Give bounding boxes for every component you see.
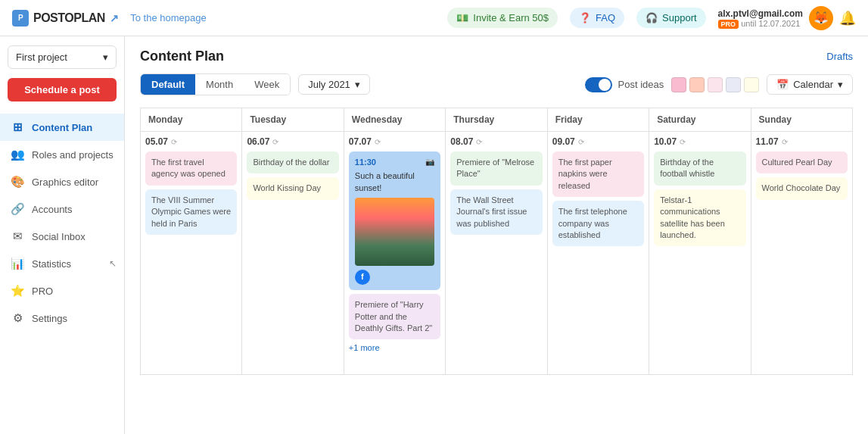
project-name: First project [16,52,67,63]
sidebar-item-pro[interactable]: ⭐ PRO [0,277,124,304]
sidebar-item-label: Social Inbox [32,231,86,242]
card-paper-napkins[interactable]: The first paper napkins were released [552,151,644,197]
sidebar-item-roles[interactable]: 👥 Roles and projects [0,141,124,168]
day-header-thursday: Thursday [446,108,546,131]
swatch-orange[interactable] [689,77,705,92]
card-harry-potter[interactable]: Premiere of "Harry Potter and the Deathl… [349,294,440,339]
card-melrose-place[interactable]: Premiere of "Melrose Place" [450,151,542,186]
palette-icon: 🎨 [11,175,24,189]
tab-week[interactable]: Week [244,74,290,95]
calendar: Monday Tuesday Wednesday Thursday Friday… [140,108,853,434]
day-header-sunday: Sunday [751,108,852,131]
support-button[interactable]: 🎧 Support [636,8,706,28]
calendar-icon: 📅 [776,79,789,90]
homepage-link[interactable]: To the homepage [130,12,206,23]
month-label: July 2021 [308,79,350,90]
tab-month[interactable]: Month [195,74,244,95]
sidebar-item-settings[interactable]: ⚙ Settings [0,304,124,332]
sidebar-item-content-plan[interactable]: ⊞ Content Plan [0,114,124,141]
day-header-saturday: Saturday [649,108,750,131]
card-birthday-dollar[interactable]: Birthday of the dollar [247,151,338,173]
project-selector[interactable]: First project ▾ [8,45,117,69]
more-link[interactable]: +1 more [349,343,440,352]
gear-icon: ⚙ [11,311,24,325]
date-05: 05.07 ⟳ [145,136,237,147]
day-header-wednesday: Wednesday [344,108,445,131]
refresh-icon: ⟳ [680,138,686,146]
post-time: 11:30 [355,157,376,168]
post-ideas-label: Post ideas [618,79,664,90]
card-kissing-day[interactable]: World Kissing Day [247,177,338,199]
cursor-icon: ↖ [109,258,117,269]
sidebar-item-graphics[interactable]: 🎨 Graphics editor [0,168,124,195]
link-icon: 🔗 [11,202,24,216]
sidebar-item-social-inbox[interactable]: ✉ Social Inbox [0,223,124,250]
refresh-icon: ⟳ [782,138,788,146]
sidebar-item-label: Content Plan [32,122,92,133]
sunset-image [355,198,434,266]
cell-tuesday: 06.07 ⟳ Birthday of the dollar World Kis… [242,132,343,374]
chevron-down-icon: ▾ [355,79,360,90]
card-olympic-games[interactable]: The VIII Summer Olympic Games were held … [145,189,237,235]
chevron-down-icon: ▾ [103,52,108,63]
sidebar: First project ▾ Schedule a post ⊞ Conten… [0,36,125,434]
chart-icon: 📊 [11,257,24,270]
user-info: alx.ptvl@gmail.com PRO until 12.07.2021 … [718,6,856,30]
star-icon: ⭐ [11,284,24,298]
post-text: Such a beautiful sunset! [355,170,434,194]
swatch-pink[interactable] [671,77,686,92]
logo: P POSTOPLAN ↗ [12,10,118,27]
logo-text: POSTOPLAN [33,11,105,25]
card-wall-street[interactable]: The Wall Street Journal's first issue wa… [450,189,542,235]
header: P POSTOPLAN ↗ To the homepage 💵 Invite &… [0,0,868,36]
view-tabs: Default Month Week [140,73,291,95]
tab-default[interactable]: Default [141,74,195,95]
toggle-knob [599,79,611,91]
swatch-indigo[interactable] [726,77,741,92]
calendar-label: Calendar [793,79,833,90]
avatar[interactable]: 🦊 [809,6,833,30]
refresh-icon: ⟳ [272,138,278,146]
month-selector[interactable]: July 2021 ▾ [298,74,370,95]
user-sub-text: until 12.07.2021 [741,19,800,28]
support-label: Support [662,12,697,23]
sidebar-item-accounts[interactable]: 🔗 Accounts [0,195,124,223]
main-header: Content Plan Drafts [140,48,853,64]
schedule-post-button[interactable]: Schedule a post [8,78,117,101]
refresh-icon: ⟳ [171,138,177,146]
sidebar-item-statistics[interactable]: 📊 Statistics ↖ [0,250,124,277]
card-telstar[interactable]: Telstar-1 communications satellite has b… [654,189,745,247]
bell-icon[interactable]: 🔔 [839,10,856,27]
cell-monday: 05.07 ⟳ The first travel agency was open… [141,132,241,374]
pro-badge: PRO [718,20,739,29]
invite-button[interactable]: 💵 Invite & Earn 50$ [447,8,558,28]
card-sunset-post[interactable]: 11:30 📷 Such a beautiful sunset! f [349,151,440,290]
drafts-link[interactable]: Drafts [826,51,853,62]
toggle-switch[interactable] [585,77,612,92]
card-football-whistle[interactable]: Birthday of the football whistle [654,151,745,186]
swatch-yellow[interactable] [744,77,759,92]
dollar-icon: 💵 [456,12,468,23]
faq-label: FAQ [596,12,615,23]
card-cultured-pearl[interactable]: Cultured Pearl Day [756,151,848,173]
card-chocolate-day[interactable]: World Chocolate Day [756,177,848,199]
day-header-monday: Monday [141,108,241,131]
faq-button[interactable]: ❓ FAQ [570,8,624,28]
calendar-button[interactable]: 📅 Calendar ▾ [767,74,853,95]
calendar-body: 05.07 ⟳ The first travel agency was open… [140,132,853,375]
sidebar-nav: ⊞ Content Plan 👥 Roles and projects 🎨 Gr… [0,114,124,332]
main-content: Content Plan Drafts Default Month Week J… [125,36,868,434]
date-08: 08.07 ⟳ [450,136,542,147]
swatch-rose[interactable] [708,77,723,92]
sidebar-item-label: Roles and projects [32,149,114,161]
card-travel-agency[interactable]: The first travel agency was opened [145,151,237,186]
camera-icon: 📷 [425,157,434,167]
logo-icon: P [12,10,29,27]
date-11: 11.07 ⟳ [756,136,848,147]
calendar-header: Monday Tuesday Wednesday Thursday Friday… [140,108,853,132]
refresh-icon: ⟳ [476,138,482,146]
sidebar-item-label: Statistics [32,258,71,270]
card-telephone-company[interactable]: The first telephone company was establis… [552,201,644,246]
sidebar-item-label: Accounts [32,204,72,215]
day-header-tuesday: Tuesday [242,108,343,131]
